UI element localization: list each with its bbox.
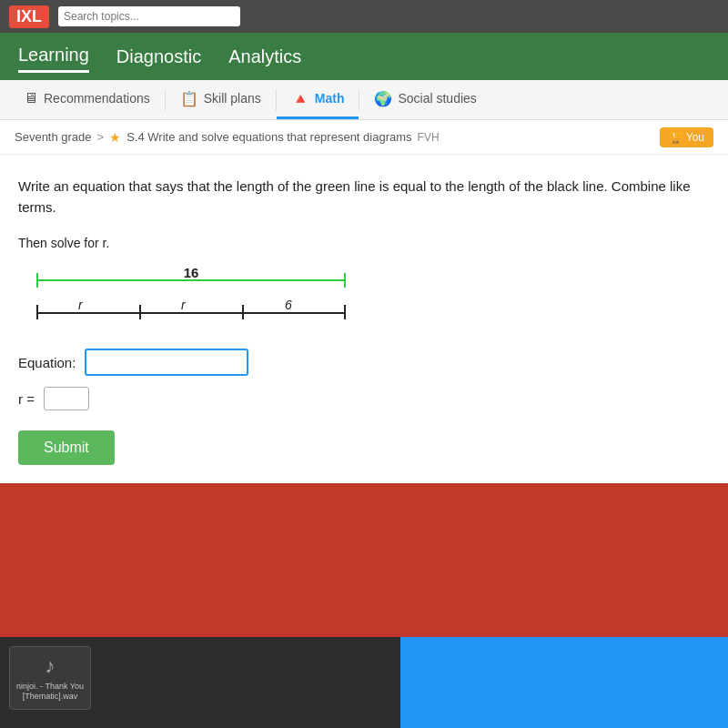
black-tick-0 [36, 305, 38, 319]
green-tick-right [344, 273, 346, 288]
trophy-label: You [686, 131, 704, 144]
main-content: Write an equation that says that the len… [0, 155, 728, 483]
black-tick-2 [242, 305, 244, 319]
star-icon: ★ [109, 130, 121, 145]
media-filename: ninjoi. - Thank You [Thematic].wav [10, 682, 90, 702]
socialstudies-icon: 🌍 [374, 90, 392, 107]
breadcrumb: Seventh grade > ★ S.4 Write and solve eq… [15, 130, 440, 145]
breadcrumb-code: FVH [418, 131, 440, 144]
solve-label: Then solve for r. [18, 236, 710, 250]
r-equals-row: r = [18, 387, 710, 410]
segment-r1-label: r [78, 298, 83, 312]
green-line: 16 [36, 267, 346, 292]
blue-area [400, 637, 728, 728]
tab-math-label: Math [315, 91, 345, 106]
diagram: 16 r r 6 [36, 267, 710, 327]
tab-recommendations-label: Recommendations [44, 91, 150, 106]
black-line: r r 6 [36, 298, 346, 327]
submit-button[interactable]: Submit [18, 430, 115, 465]
r-equals-label: r = [18, 391, 35, 407]
nav-learning[interactable]: Learning [18, 40, 89, 73]
breadcrumb-separator: > [97, 130, 105, 144]
recommendations-icon: 🖥 [24, 90, 38, 106]
breadcrumb-grade[interactable]: Seventh grade [15, 130, 92, 144]
green-value-label: 16 [184, 265, 199, 280]
trophy-icon: 🏆 [669, 131, 682, 144]
equation-input[interactable] [85, 349, 248, 376]
media-item[interactable]: ♪ ninjoi. - Thank You [Thematic].wav [9, 646, 91, 710]
segment-6-label: 6 [285, 298, 292, 312]
breadcrumb-skill[interactable]: S.4 Write and solve equations that repre… [126, 130, 411, 144]
tab-skillplans[interactable]: 📋 Skill plans [166, 80, 276, 119]
tab-skillplans-label: Skill plans [204, 91, 261, 106]
music-icon: ♪ [46, 654, 56, 678]
problem-description: Write an equation that says that the len… [18, 177, 710, 217]
math-icon: 🔺 [291, 90, 309, 107]
tab-recommendations[interactable]: 🖥 Recommendations [9, 80, 165, 119]
nav-analytics[interactable]: Analytics [228, 42, 301, 72]
tab-socialstudies[interactable]: 🌍 Social studies [359, 80, 490, 119]
breadcrumb-bar: Seventh grade > ★ S.4 Write and solve eq… [0, 120, 728, 155]
equation-label: Equation: [18, 355, 76, 370]
segment-r2-label: r [181, 298, 186, 312]
search-input[interactable] [58, 6, 240, 26]
logo: IXL [9, 5, 49, 28]
black-line-bar [36, 312, 346, 314]
black-tick-1 [139, 305, 141, 319]
top-bar: IXL [0, 0, 728, 33]
black-tick-3 [344, 305, 346, 319]
equation-row: Equation: [18, 349, 710, 376]
tab-math[interactable]: 🔺 Math [277, 80, 359, 119]
trophy-button[interactable]: 🏆 You [660, 127, 713, 147]
nav-diagnostic[interactable]: Diagnostic [116, 42, 201, 72]
skillplans-icon: 📋 [180, 90, 198, 107]
tabs-bar: 🖥 Recommendations 📋 Skill plans 🔺 Math 🌍… [0, 80, 728, 120]
r-input[interactable] [44, 387, 89, 410]
nav-bar: Learning Diagnostic Analytics [0, 33, 728, 80]
tab-socialstudies-label: Social studies [398, 91, 476, 106]
